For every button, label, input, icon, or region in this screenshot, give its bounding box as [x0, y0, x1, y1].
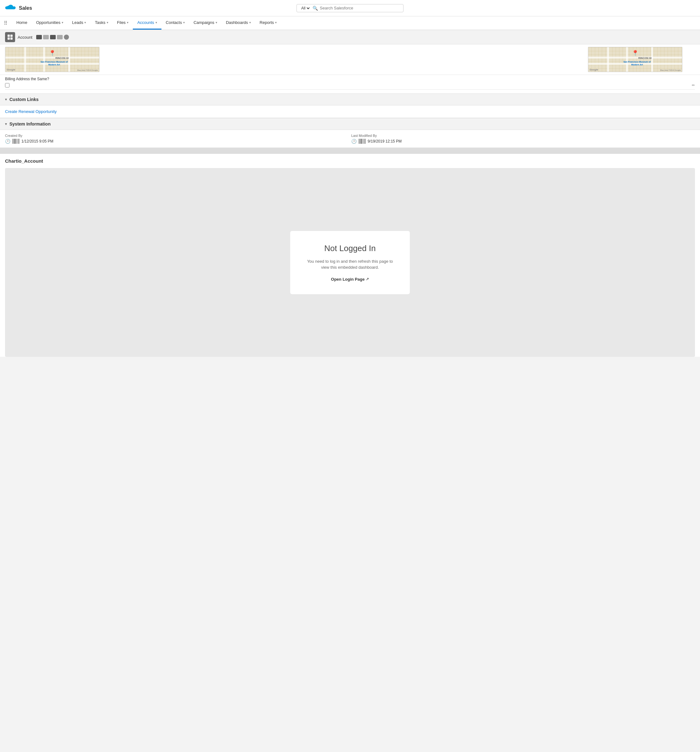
chevron-down-icon: ▾	[5, 97, 7, 102]
modified-by-avatar	[358, 139, 366, 144]
chevron-down-icon: ▾	[84, 21, 86, 24]
account-icon	[5, 32, 15, 42]
clock-icon-modified: 🕐	[351, 139, 356, 144]
breadcrumb-action-icon-3[interactable]	[50, 35, 56, 39]
map-road	[607, 47, 609, 72]
chartio-content-area: Not Logged In You need to log in and the…	[5, 168, 695, 357]
svg-rect-3	[10, 37, 12, 40]
search-input[interactable]	[320, 6, 400, 10]
billing-edit-row: ✏	[5, 83, 695, 90]
chartio-card-description: You need to log in and then refresh this…	[306, 258, 394, 270]
billing-same-checkbox[interactable]	[5, 83, 9, 87]
search-bar: All 🔍	[297, 4, 403, 12]
last-modified-date: 9/19/2019 12:15 PM	[368, 139, 401, 143]
clock-icon-created: 🕐	[5, 139, 10, 144]
breadcrumb: Account	[0, 30, 700, 44]
chartio-title: Chartio_Account	[0, 154, 700, 166]
search-scope-select[interactable]: All	[300, 6, 311, 11]
chartio-open-login-link[interactable]: Open Login Page ↗	[331, 277, 369, 281]
nav-item-dashboards[interactable]: Dashboards ▾	[222, 16, 255, 30]
map-museum-label: San Francisco Museum of Modern Art	[37, 61, 72, 66]
avatar-block-1	[12, 139, 14, 144]
map-pin: 📍	[49, 50, 56, 57]
salesforce-logo	[4, 4, 16, 12]
nav-item-tasks[interactable]: Tasks ▾	[90, 16, 112, 30]
search-icon: 🔍	[313, 6, 318, 11]
map-copyright-left: Map data ©2019 Google	[78, 69, 98, 71]
custom-links-content: Create Renewal Opportunity	[0, 106, 700, 118]
chevron-down-icon: ▾	[62, 21, 63, 24]
main-content: 📍 RINCON HI San Francisco Museum of Mode…	[0, 44, 700, 357]
map-museum-label-right: San Francisco Museum of Modern Art	[620, 61, 654, 66]
chevron-down-icon: ▾	[5, 122, 7, 126]
grid-icon[interactable]: ⠿	[4, 20, 8, 26]
breadcrumb-people-icon[interactable]	[64, 34, 69, 40]
last-modified-label: Last Modified By	[351, 134, 695, 137]
create-renewal-opportunity-link[interactable]: Create Renewal Opportunity	[5, 109, 57, 114]
nav-item-opportunities[interactable]: Opportunities ▾	[32, 16, 68, 30]
avatar-block-2	[360, 139, 362, 144]
map-right: 📍 RINCON HI San Francisco Museum of Mode…	[588, 47, 695, 72]
custom-links-title: Custom Links	[9, 97, 39, 102]
breadcrumb-action-icon-4[interactable]	[57, 35, 63, 39]
page-separator	[0, 148, 700, 154]
billing-same-row: Billing Address the Same?	[5, 77, 695, 81]
avatar-block-3	[362, 139, 364, 144]
avatar-block-3	[16, 139, 18, 144]
map-google-label-right: Google	[590, 68, 598, 71]
avatar-block-4	[18, 139, 20, 144]
edit-pencil-icon[interactable]: ✏	[692, 83, 695, 87]
nav-item-home[interactable]: Home	[12, 16, 32, 30]
created-by-item: Created By 🕐 1/12/2015 9:05 PM	[5, 134, 349, 144]
breadcrumb-action-icon-1[interactable]	[36, 35, 42, 39]
map-road	[626, 47, 628, 72]
external-link-icon: ↗	[366, 277, 369, 281]
nav-item-files[interactable]: Files ▾	[113, 16, 133, 30]
nav-item-leads[interactable]: Leads ▾	[68, 16, 90, 30]
chevron-down-icon: ▾	[107, 21, 108, 24]
last-modified-value: 🕐 9/19/2019 12:15 PM	[351, 139, 695, 144]
map-road	[68, 47, 70, 72]
map-left: 📍 RINCON HI San Francisco Museum of Mode…	[5, 47, 112, 72]
created-by-label: Created By	[5, 134, 349, 137]
chevron-down-icon: ▾	[156, 21, 157, 24]
billing-address-section: Billing Address the Same? ✏	[0, 75, 700, 93]
system-info-header[interactable]: ▾ System Information	[0, 118, 700, 130]
chartio-login-card: Not Logged In You need to log in and the…	[290, 231, 410, 294]
last-modified-item: Last Modified By 🕐 9/19/2019 12:15 PM	[351, 134, 695, 144]
chartio-section: Chartio_Account Not Logged In You need t…	[0, 154, 700, 357]
chevron-down-icon: ▾	[216, 21, 217, 24]
app-name: Sales	[19, 5, 32, 11]
custom-links-header[interactable]: ▾ Custom Links	[0, 93, 700, 106]
map-right-container: 📍 RINCON HI San Francisco Museum of Mode…	[588, 47, 682, 72]
chevron-down-icon: ▾	[275, 21, 277, 24]
chartio-not-logged-in-title: Not Logged In	[306, 244, 394, 253]
map-google-label-left: Google	[6, 68, 16, 71]
billing-same-label: Billing Address the Same?	[5, 77, 49, 81]
chevron-down-icon: ▾	[183, 21, 185, 24]
svg-rect-2	[8, 37, 10, 40]
svg-rect-1	[10, 34, 12, 37]
map-area-label: RINCON HI	[50, 57, 75, 59]
nav-item-campaigns[interactable]: Campaigns ▾	[189, 16, 222, 30]
breadcrumb-label: Account	[18, 35, 33, 40]
map-area-label-right: RINCON HI	[632, 57, 658, 59]
svg-rect-0	[8, 34, 10, 37]
top-nav: Sales All 🔍	[0, 0, 700, 16]
map-copyright-right: Map data ©2019 Google	[660, 69, 681, 71]
nav-item-accounts[interactable]: Accounts ▾	[133, 16, 161, 30]
chevron-down-icon: ▾	[249, 21, 251, 24]
secondary-nav: ⠿ Home Opportunities ▾ Leads ▾ Tasks ▾ F…	[0, 16, 700, 30]
breadcrumb-action-icon-2[interactable]	[43, 35, 49, 39]
map-left-container: 📍 RINCON HI San Francisco Museum of Mode…	[5, 47, 100, 72]
nav-item-contacts[interactable]: Contacts ▾	[162, 16, 189, 30]
map-pin: 📍	[632, 50, 639, 57]
maps-section: 📍 RINCON HI San Francisco Museum of Mode…	[0, 44, 700, 75]
created-by-date: 1/12/2015 9:05 PM	[22, 139, 53, 143]
nav-item-reports[interactable]: Reports ▾	[255, 16, 282, 30]
system-info-title: System Information	[9, 121, 51, 126]
map-road	[651, 47, 653, 72]
avatar-block-1	[358, 139, 360, 144]
map-road	[24, 47, 26, 72]
breadcrumb-actions	[36, 34, 69, 40]
